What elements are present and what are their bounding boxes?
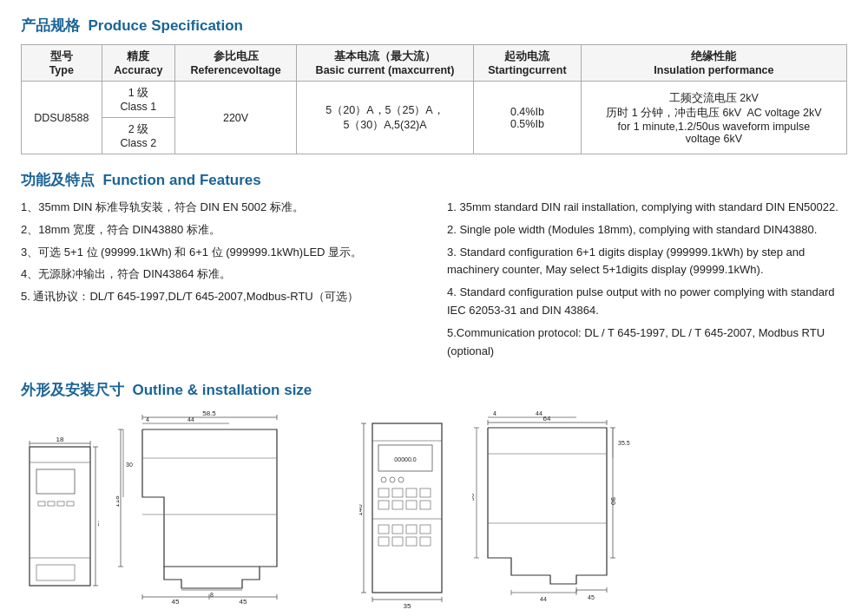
- svg-rect-10: [57, 501, 64, 506]
- feature-right-4: 4. Standard configuration pulse output w…: [447, 284, 847, 320]
- svg-text:118: 118: [116, 495, 121, 508]
- feature-left-5: 5. 通讯协议：DL/T 645-1997,DL/T 645-2007,Modb…: [21, 288, 421, 306]
- svg-text:8: 8: [210, 592, 214, 598]
- diagram-1-svg: 18 45: [21, 436, 99, 610]
- svg-point-50: [381, 477, 386, 482]
- svg-rect-11: [67, 501, 74, 506]
- svg-rect-7: [36, 469, 75, 494]
- product-spec-title: 产品规格 Produce Specification: [21, 16, 847, 36]
- outline-title: 外形及安装尺寸 Outline & installation size: [21, 380, 847, 400]
- svg-rect-46: [372, 423, 442, 593]
- svg-text:44: 44: [540, 596, 547, 602]
- diagram-2-svg: 58.5 4 44 118 45: [116, 410, 290, 610]
- svg-rect-68: [406, 537, 417, 546]
- svg-rect-64: [406, 525, 417, 534]
- svg-rect-66: [378, 537, 389, 546]
- svg-rect-67: [392, 537, 403, 546]
- feature-right-1: 1. 35mm standard DIN rail installation, …: [447, 199, 847, 217]
- col-accuracy: 精度Accuracy: [102, 45, 175, 82]
- svg-rect-12: [36, 565, 75, 580]
- svg-rect-55: [406, 488, 417, 497]
- svg-text:00000.0: 00000.0: [394, 456, 416, 462]
- col-insulation: 绝缘性能Insulation performance: [581, 45, 846, 82]
- outline-title-zh: 外形及安装尺寸: [21, 382, 124, 398]
- col-current: 基本电流（最大流）Basic current (maxcurrent): [297, 45, 474, 82]
- col-starting: 起动电流Startingcurrent: [474, 45, 582, 82]
- table-row: DDSU8588 1 级Class 1 220V 5（20）A，5（25）A，5…: [22, 82, 847, 118]
- svg-rect-59: [406, 501, 417, 509]
- svg-text:90: 90: [472, 493, 476, 501]
- svg-rect-53: [378, 488, 389, 497]
- diagram-4-svg: 4 44 64 90 35.5: [472, 410, 637, 610]
- diagram-4: 4 44 64 90 35.5: [472, 410, 637, 613]
- svg-rect-54: [392, 488, 403, 497]
- feature-right-5: 5.Communication protocol: DL / T 645-199…: [447, 324, 847, 361]
- svg-text:58.5: 58.5: [202, 410, 216, 417]
- svg-text:45: 45: [588, 594, 595, 600]
- features-title-en: Function and Features: [102, 172, 260, 188]
- svg-text:18: 18: [56, 436, 64, 443]
- svg-rect-56: [420, 488, 431, 497]
- diagram-3-svg: 140 00000.0: [359, 410, 455, 610]
- feature-left-4: 4、无源脉冲输出，符合 DIN43864 标准。: [21, 265, 421, 284]
- svg-rect-63: [392, 525, 403, 534]
- model-cell: DDSU8588: [22, 82, 102, 154]
- svg-text:35: 35: [404, 602, 411, 610]
- accuracy-class2: 2 级Class 2: [102, 118, 175, 154]
- svg-rect-60: [420, 501, 431, 509]
- svg-text:45: 45: [172, 598, 180, 606]
- svg-text:4: 4: [146, 416, 149, 423]
- svg-rect-65: [420, 525, 431, 534]
- features-section: 1、35mm DIN 标准导轨安装，符合 DIN EN 5002 标准。 2、1…: [21, 199, 847, 364]
- svg-text:90: 90: [609, 497, 617, 505]
- feature-left-3: 3、可选 5+1 位 (99999.1kWh) 和 6+1 位 (999999.…: [21, 244, 421, 262]
- voltage-cell: 220V: [175, 82, 297, 154]
- svg-rect-58: [392, 501, 403, 509]
- svg-text:30: 30: [126, 462, 133, 468]
- svg-rect-62: [378, 525, 389, 534]
- diagrams-container: 18 45: [21, 410, 847, 613]
- feature-left-2: 2、18mm 宽度，符合 DIN43880 标准。: [21, 221, 421, 239]
- spec-title-zh: 产品规格: [21, 17, 80, 34]
- features-title-zh: 功能及特点: [21, 172, 95, 188]
- svg-text:35.5: 35.5: [618, 440, 630, 446]
- col-type: 型号Type: [22, 45, 102, 82]
- insulation-cell: 工频交流电压 2kV 历时 1 分钟，冲击电压 6kV AC voltage 2…: [581, 82, 846, 154]
- svg-point-51: [390, 477, 395, 482]
- spec-title-en: Produce Specification: [88, 17, 243, 34]
- starting-cell: 0.4%Ib0.5%Ib: [474, 82, 582, 154]
- svg-text:45: 45: [96, 519, 99, 527]
- feature-right-2: 2. Single pole width (Modules 18mm), com…: [447, 221, 847, 239]
- svg-rect-69: [420, 537, 431, 546]
- features-left: 1、35mm DIN 标准导轨安装，符合 DIN EN 5002 标准。 2、1…: [21, 199, 421, 364]
- spec-table: 型号Type 精度Accuracy 参比电压Referencevoltage 基…: [21, 44, 847, 154]
- svg-rect-57: [378, 501, 389, 509]
- features-right: 1. 35mm standard DIN rail installation, …: [447, 199, 847, 364]
- svg-point-52: [398, 477, 404, 482]
- svg-text:4: 4: [493, 410, 496, 416]
- svg-text:44: 44: [187, 416, 194, 423]
- outline-title-en: Outline & installation size: [132, 382, 312, 398]
- svg-rect-9: [48, 501, 55, 506]
- feature-right-3: 3. Standard configuration 6+1 digits dis…: [447, 244, 847, 280]
- svg-text:45: 45: [240, 598, 247, 606]
- svg-text:44: 44: [536, 410, 542, 416]
- diagram-1: 18 45: [21, 436, 99, 613]
- col-voltage: 参比电压Referencevoltage: [175, 45, 297, 82]
- diagram-3: 140 00000.0: [359, 410, 455, 613]
- current-cell: 5（20）A，5（25）A，5（30）A,5(32)A: [297, 82, 474, 154]
- features-title: 功能及特点 Function and Features: [21, 170, 847, 190]
- svg-rect-8: [38, 501, 45, 506]
- svg-text:64: 64: [543, 415, 551, 423]
- accuracy-class1: 1 级Class 1: [102, 82, 175, 118]
- diagram-2: 58.5 4 44 118 45: [116, 410, 290, 613]
- feature-left-1: 1、35mm DIN 标准导轨安装，符合 DIN EN 5002 标准。: [21, 199, 421, 217]
- svg-text:140: 140: [359, 504, 364, 516]
